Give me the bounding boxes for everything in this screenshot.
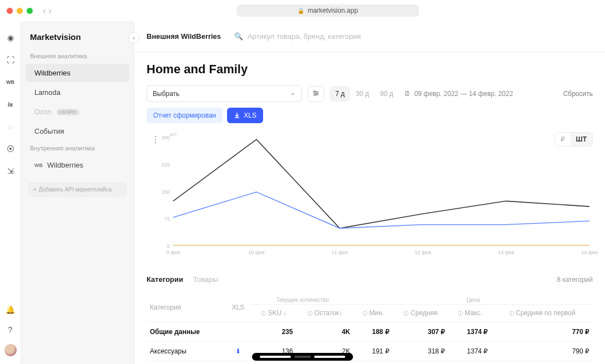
th-sku[interactable]: ⓘ SKU ↓ [251, 305, 296, 322]
rail-wb-icon[interactable]: WB [0, 77, 21, 88]
rail-ozon-icon[interactable]: ○ [0, 121, 21, 132]
sidebar-item-ozon: Ozon СКОРО [26, 103, 129, 121]
x-tick: 10 фев [245, 250, 268, 255]
report-status-badge: Отчет сформирован [147, 108, 223, 123]
th-group-price: Цена [354, 292, 593, 305]
nav-forward[interactable]: › [48, 5, 52, 17]
download-icon [234, 112, 240, 119]
add-api-button[interactable]: + Добавить API маркетплейса [28, 182, 127, 197]
category-count: 8 категорий [557, 276, 593, 284]
date-range-picker[interactable]: 🗓 09 февр. 2022 — 14 февр. 2022 [404, 90, 513, 98]
rail-la-icon[interactable]: la [0, 99, 21, 110]
rail-help-icon[interactable]: ? [4, 324, 17, 335]
sidebar-collapse-button[interactable]: ‹ [128, 32, 139, 43]
download-xls-button[interactable]: XLS [227, 108, 263, 123]
range-30d[interactable]: 30 д [350, 86, 375, 102]
plus-icon: + [33, 186, 37, 193]
address-bar[interactable]: 🔒 marketvision.app [236, 4, 419, 17]
breadcrumb: Внешняя WildBerries [147, 32, 221, 41]
page-title: Home and Family [147, 62, 593, 77]
sidebar-section-external: Внешняя аналитика [21, 49, 134, 63]
th-min[interactable]: ⓘ Мин. [354, 305, 393, 322]
close-window[interactable] [7, 8, 13, 14]
line-chart: ШТ 0751502253009 фев10 фев11 фев12 фев13… [147, 135, 593, 263]
th-avg[interactable]: ⓘ Средняя [393, 305, 449, 322]
table-row[interactable]: Общие данные2354K188 ₽307 ₽1374 ₽770 ₽ [147, 322, 593, 342]
th-avg-first[interactable]: ⓘ Средняя по первой [491, 305, 593, 322]
rail-collapse-icon[interactable]: ⇲ [0, 165, 21, 176]
chart-series [173, 139, 589, 228]
avatar[interactable] [4, 344, 17, 356]
rail-notifications-icon[interactable]: 🔔 [4, 304, 17, 315]
lock-icon: 🔒 [298, 8, 304, 14]
sidebar-item-events[interactable]: События [26, 122, 129, 140]
soon-badge: СКОРО [56, 109, 79, 115]
search-icon: 🔍 [234, 32, 243, 41]
filter-settings-button[interactable] [307, 86, 324, 102]
sidebar-item-wildberries[interactable]: Wildberries [26, 64, 129, 82]
x-tick: 13 фев [495, 250, 517, 255]
chart-series [173, 192, 589, 228]
url-text: marketvision.app [307, 7, 358, 14]
wb-prefix-icon: WB [34, 163, 43, 168]
reset-button[interactable]: Сбросить [563, 90, 593, 98]
range-7d[interactable]: 7 д [330, 86, 350, 102]
search-input[interactable]: 🔍 Артикул товара, бренд, категория [234, 32, 593, 41]
download-icon[interactable]: ⬇ [235, 347, 241, 355]
data-table: Категория XLS Текущее количество Цена ⓘ … [147, 292, 593, 361]
nav-back[interactable]: ‹ [43, 5, 46, 17]
sidebar-item-lamoda[interactable]: Lamoda [26, 83, 129, 102]
minimize-window[interactable] [17, 8, 23, 14]
sliders-icon [312, 90, 319, 97]
th-group-qty: Текущее количество [251, 292, 354, 305]
rail-target-icon[interactable]: ◉ [0, 32, 21, 43]
window-controls[interactable] [7, 8, 33, 14]
svg-point-0 [314, 90, 316, 92]
icon-rail: ◉ ⛶ WB la ○ ⦿ ⇲ 🔔 ? [0, 21, 21, 364]
home-indicator [252, 353, 353, 361]
calendar-icon: 🗓 [404, 90, 411, 98]
maximize-window[interactable] [27, 8, 33, 14]
range-90d[interactable]: 90 д [375, 86, 399, 102]
search-placeholder: Артикул товара, бренд, категория [248, 32, 361, 41]
filter-select[interactable]: Выбрать [147, 85, 302, 102]
rail-expand-icon[interactable]: ⛶ [0, 54, 21, 65]
tab-products[interactable]: Товары [193, 272, 218, 287]
x-tick: 12 фев [412, 250, 434, 255]
th-xls: XLS [225, 292, 251, 322]
rail-aim-icon[interactable]: ⦿ [0, 143, 21, 154]
sidebar-section-internal: Внутренняя аналитика [21, 141, 134, 155]
sidebar-inner-wildberries[interactable]: WB Wildberries [26, 156, 129, 174]
th-stock[interactable]: ⓘ Остаток↓ [296, 305, 354, 322]
table-row[interactable]: Аксессуары⬇1362K191 ₽318 ₽1374 ₽790 ₽ [147, 342, 593, 361]
brand-title: Marketvision [21, 29, 134, 49]
x-tick: 9 фев [162, 250, 184, 255]
svg-point-1 [316, 92, 318, 94]
sidebar: ‹ Marketvision Внешняя аналитика Wildber… [21, 21, 134, 364]
x-tick: 14 фев [578, 250, 601, 255]
th-category: Категория [147, 292, 225, 322]
svg-point-2 [315, 94, 316, 95]
x-tick: 11 фев [329, 250, 351, 255]
tab-categories[interactable]: Категории [147, 272, 183, 287]
th-max[interactable]: ⓘ Макс. [448, 305, 491, 322]
